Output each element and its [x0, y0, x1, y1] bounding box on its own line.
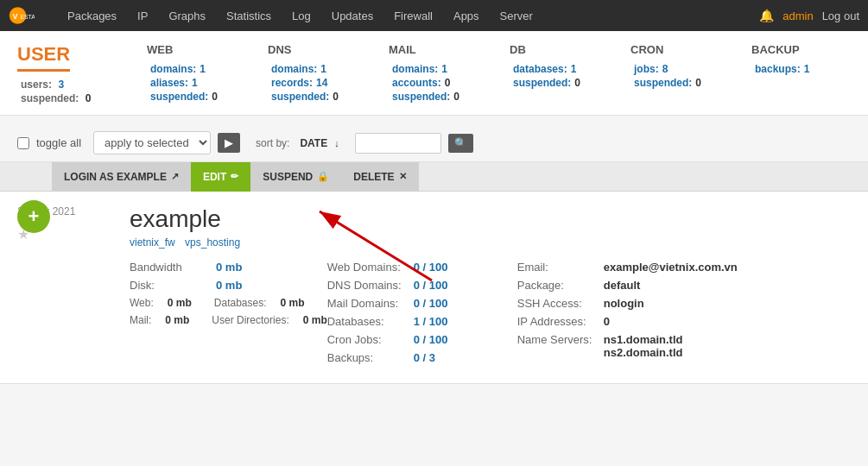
web-domains: domains:1 [147, 63, 242, 75]
login-as-example-button[interactable]: LOGIN AS EXAMPLE ↗ [52, 162, 191, 192]
mail-accounts: accounts:0 [389, 77, 484, 89]
tag-vietnix-fw[interactable]: vietnix_fw [130, 236, 175, 249]
db-suspended: suspended:0 [510, 77, 605, 89]
nav-ip[interactable]: IP [127, 0, 158, 31]
login-icon: ↗ [171, 171, 179, 182]
nav-updates[interactable]: Updates [321, 0, 383, 31]
card-col-resources: Bandwidth 0 mb Disk: 0 mb Web: 0 mb Data… [130, 261, 327, 369]
mail-domains-line: Mail Domains: 0 / 100 [327, 297, 517, 310]
notification-bell-icon[interactable]: 🔔 [759, 9, 774, 22]
user-rows: users: 3 suspended: 0 [17, 79, 121, 104]
user-card: 27 Mar 2021 ★ example vietnix_fw vps_hos… [0, 192, 868, 384]
package-line: Package: default [517, 279, 738, 292]
web-title: WEB [147, 43, 242, 56]
apply-button[interactable]: ▶ [218, 133, 240, 153]
nav-packages[interactable]: Packages [57, 0, 127, 31]
logout-link[interactable]: Log out [822, 9, 859, 22]
svg-text:V: V [13, 12, 18, 21]
cron-line: Cron Jobs: 0 / 100 [327, 333, 517, 346]
bandwidth-line: Bandwidth 0 mb [130, 261, 327, 274]
stat-sub-mail-dir: Mail: 0 mb User Directories: 0 mb [130, 314, 327, 326]
nav-apps[interactable]: Apps [443, 0, 490, 31]
card-username: example [130, 205, 851, 233]
disk-line: Disk: 0 mb [130, 279, 327, 292]
backup-backups: backups:1 [751, 63, 846, 75]
action-bar: LOGIN AS EXAMPLE ↗ EDIT ✏ SUSPEND 🔒 DELE… [0, 162, 868, 192]
add-user-button[interactable]: + [17, 200, 50, 233]
card-col-info: Email: example@vietnix.com.vn Package: d… [517, 261, 738, 369]
users-count: users: 3 [17, 79, 121, 91]
backup-title: BACKUP [751, 43, 846, 56]
toolbar: toggle all apply to selectedsuspendunsus… [0, 124, 868, 162]
delete-button[interactable]: DELETE ✕ [341, 162, 418, 192]
suspended-count: suspended: 0 [17, 92, 121, 104]
sort-label: sort by: [256, 137, 289, 149]
dns-domains: domains:1 [268, 63, 363, 75]
nav-statistics[interactable]: Statistics [216, 0, 282, 31]
db-databases: databases:1 [510, 63, 605, 75]
content-area: 27 Mar 2021 ★ example vietnix_fw vps_hos… [0, 192, 868, 384]
ip-line: IP Addresses: 0 [517, 315, 738, 328]
mail-suspended: suspended:0 [389, 91, 484, 103]
mail-section: MAIL domains:1 accounts:0 suspended:0 [389, 43, 484, 104]
nav-graphs[interactable]: Graphs [158, 0, 216, 31]
search-input[interactable] [355, 133, 441, 154]
card-stats: Bandwidth 0 mb Disk: 0 mb Web: 0 mb Data… [130, 261, 851, 369]
db-title: DB [510, 43, 605, 56]
nav-log[interactable]: Log [282, 0, 321, 31]
svg-text:ESTA: ESTA [21, 14, 35, 20]
sort-arrow-icon[interactable]: ↓ [334, 138, 339, 148]
nav-right: 🔔 admin Log out [759, 9, 859, 22]
nav-firewall[interactable]: Firewall [383, 0, 443, 31]
cron-jobs: jobs:8 [630, 63, 725, 75]
cron-suspended: suspended:0 [630, 77, 725, 89]
db-section: DB databases:1 suspended:0 [510, 43, 605, 91]
databases-line: Databases: 1 / 100 [327, 315, 517, 328]
stat-sub-web-db: Web: 0 mb Databases: 0 mb [130, 297, 327, 309]
dns-records: records:14 [268, 77, 363, 89]
apply-to-selected-dropdown[interactable]: apply to selectedsuspendunsuspenddelete [93, 131, 211, 154]
cron-title: CRON [630, 43, 725, 56]
mail-title: MAIL [389, 43, 484, 56]
dns-title: DNS [268, 43, 363, 56]
suspend-icon: 🔒 [317, 171, 329, 182]
edit-button[interactable]: EDIT ✏ [191, 162, 250, 192]
dns-domains-line: DNS Domains: 0 / 100 [327, 279, 517, 292]
web-section: WEB domains:1 aliases:1 suspended:0 [147, 43, 242, 104]
email-line: Email: example@vietnix.com.vn [517, 261, 738, 274]
ns-line: Name Servers: ns1.domain.tld ns2.domain.… [517, 333, 738, 359]
web-aliases: aliases:1 [147, 77, 242, 89]
logo: V ESTA [9, 6, 40, 25]
toggle-all-label: toggle all [36, 136, 81, 149]
dns-suspended: suspended:0 [268, 91, 363, 103]
card-col-domains: Web Domains: 0 / 100 DNS Domains: 0 / 10… [327, 261, 517, 369]
user-section: USER users: 3 suspended: 0 [17, 43, 121, 106]
sort-value: DATE [300, 137, 327, 149]
tag-vps-hosting[interactable]: vps_hosting [185, 236, 240, 249]
cron-section: CRON jobs:8 suspended:0 [630, 43, 725, 91]
search-button[interactable]: 🔍 [448, 134, 473, 153]
edit-icon: ✏ [231, 171, 238, 182]
stats-bar: USER users: 3 suspended: 0 WEB domains:1… [0, 31, 868, 116]
nav-links: Packages IP Graphs Statistics Log Update… [57, 0, 759, 31]
ssh-line: SSH Access: nologin [517, 297, 738, 310]
top-nav: V ESTA Packages IP Graphs Statistics Log… [0, 0, 868, 31]
backups-line: Backups: 0 / 3 [327, 351, 517, 364]
mail-domains: domains:1 [389, 63, 484, 75]
user-title: USER [17, 43, 70, 72]
web-suspended: suspended:0 [147, 91, 242, 103]
admin-link[interactable]: admin [782, 9, 813, 22]
web-domains-line: Web Domains: 0 / 100 [327, 261, 517, 274]
suspend-button[interactable]: SUSPEND 🔒 [250, 162, 341, 192]
vesta-logo-icon: V ESTA [9, 6, 35, 25]
card-tags: vietnix_fw vps_hosting [130, 236, 851, 249]
delete-icon: ✕ [399, 171, 407, 182]
dns-section: DNS domains:1 records:14 suspended:0 [268, 43, 363, 104]
nav-server[interactable]: Server [490, 0, 543, 31]
card-main: example vietnix_fw vps_hosting Bandwidth… [130, 205, 851, 369]
toggle-all-checkbox[interactable] [17, 137, 29, 149]
backup-section: BACKUP backups:1 [751, 43, 846, 77]
